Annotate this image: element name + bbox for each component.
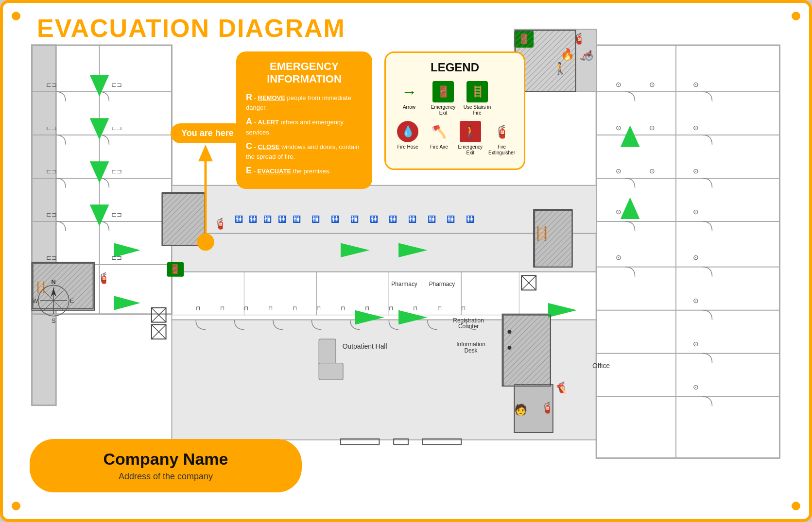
legend-item-emg-exit2: 🚶 Emergency Exit: [457, 121, 484, 156]
svg-text:🚻: 🚻: [466, 215, 475, 223]
svg-text:⊏⊐: ⊏⊐: [46, 254, 57, 261]
legend-row-2: 💧 Fire Hose 🪓 Fire Axe 🚶 Emergency Exit …: [395, 121, 515, 156]
svg-text:⊏⊐: ⊏⊐: [46, 211, 57, 218]
svg-text:⊙: ⊙: [616, 81, 622, 88]
emergency-item-r: R - REMOVE people from immediate danger.: [246, 91, 363, 112]
svg-text:⊓: ⊓: [437, 305, 442, 312]
svg-text:⊙: ⊙: [616, 124, 622, 132]
legend-row-1: → Arrow 🚪 Emergency Exit 🪜 Use Stairs in…: [395, 81, 515, 116]
svg-text:⊓: ⊓: [413, 305, 417, 312]
svg-text:🚻: 🚻: [331, 215, 340, 223]
fire-axe-icon: 🪓: [428, 121, 449, 142]
fire-extinguisher-icon: 🧯: [491, 121, 513, 142]
svg-text:Outpatient Hall: Outpatient Hall: [343, 342, 387, 350]
svg-text:🚻: 🚻: [350, 215, 359, 223]
svg-text:⊏⊐: ⊏⊐: [46, 168, 57, 175]
svg-text:⊓: ⊓: [365, 305, 369, 312]
svg-text:⊏⊐: ⊏⊐: [46, 81, 57, 88]
svg-text:🚻: 🚻: [278, 215, 287, 223]
svg-text:🚻: 🚻: [370, 215, 379, 223]
legend-hose-label: Fire Hose: [397, 144, 418, 150]
legend-item-arrow: → Arrow: [395, 81, 424, 110]
svg-text:🦽: 🦽: [579, 47, 594, 61]
legend-item-extinguisher: 🧯 Fire Extinguisher: [488, 121, 515, 156]
svg-rect-28: [461, 272, 519, 315]
legend-heading: LEGEND: [395, 61, 515, 74]
svg-text:🚻: 🚻: [408, 215, 417, 223]
svg-text:🧯: 🧯: [541, 401, 554, 414]
svg-text:⊙: ⊙: [693, 297, 699, 304]
svg-text:⊓: ⊓: [461, 305, 466, 312]
emergency-info-box: EMERGENCY INFORMATION R - REMOVE people …: [236, 51, 372, 189]
svg-text:⊙: ⊙: [693, 124, 699, 132]
emergency-exit-icon: 🚪: [432, 81, 454, 102]
svg-rect-112: [319, 363, 343, 380]
main-board: EVACUATION DIAGRAM: [0, 0, 812, 522]
svg-marker-45: [548, 303, 577, 318]
svg-rect-8: [172, 234, 596, 272]
legend-item-emergency-exit: 🚪 Emergency Exit: [429, 81, 458, 116]
svg-rect-27: [389, 272, 461, 315]
svg-text:🚻: 🚻: [249, 215, 258, 223]
svg-text:⊙: ⊙: [649, 167, 655, 175]
legend-item-axe: 🪓 Fire Axe: [426, 121, 452, 150]
svg-rect-61: [33, 263, 93, 309]
svg-rect-22: [172, 185, 596, 234]
legend-arrow-label: Arrow: [403, 104, 415, 110]
svg-text:🚪: 🚪: [170, 264, 181, 274]
svg-text:W: W: [32, 297, 38, 304]
svg-text:⊓: ⊓: [220, 305, 225, 312]
svg-text:⊙: ⊙: [649, 81, 655, 88]
svg-text:🚻: 🚻: [311, 215, 320, 223]
svg-rect-111: [319, 339, 336, 365]
svg-text:⊓: ⊓: [268, 305, 273, 312]
svg-text:🧯: 🧯: [214, 217, 227, 230]
legend-stairs-label: Use Stairs in Fire: [463, 104, 492, 116]
company-address: Address of the company: [49, 471, 282, 482]
svg-text:⊓: ⊓: [316, 305, 321, 312]
svg-text:⊙: ⊙: [693, 253, 699, 261]
svg-marker-77: [198, 145, 213, 162]
svg-marker-44: [621, 125, 640, 147]
svg-point-78: [197, 234, 214, 251]
svg-text:⊙: ⊙: [616, 253, 622, 261]
legend-box: LEGEND → Arrow 🚪 Emergency Exit 🪜 Use St…: [384, 51, 525, 170]
svg-text:S: S: [52, 317, 56, 324]
legend-item-hose: 💧 Fire Hose: [395, 121, 421, 150]
svg-text:⊏⊐: ⊏⊐: [111, 81, 122, 88]
emergency-exit2-icon: 🚶: [460, 121, 481, 142]
svg-text:🚻: 🚻: [263, 215, 272, 223]
svg-text:Counter: Counter: [458, 323, 479, 330]
svg-text:N: N: [52, 278, 56, 286]
svg-text:⊓: ⊓: [341, 305, 345, 312]
legend-exit-label: Emergency Exit: [429, 104, 458, 116]
legend-axe-label: Fire Axe: [430, 144, 448, 150]
svg-text:🚻: 🚻: [428, 215, 436, 223]
svg-text:⊏⊐: ⊏⊐: [111, 124, 122, 132]
svg-text:⊙: ⊙: [616, 167, 622, 175]
svg-text:🧑: 🧑: [514, 403, 528, 416]
svg-text:⊙: ⊙: [693, 81, 699, 88]
svg-text:Pharmacy: Pharmacy: [391, 281, 417, 287]
svg-marker-38: [114, 296, 140, 310]
company-name: Company Name: [49, 450, 282, 469]
svg-text:⊏⊐: ⊏⊐: [111, 211, 122, 218]
emergency-heading: EMERGENCY INFORMATION: [246, 60, 363, 85]
svg-text:⊏⊐: ⊏⊐: [111, 168, 122, 175]
svg-text:⊓: ⊓: [196, 305, 200, 312]
svg-text:⊙: ⊙: [693, 340, 699, 348]
legend-item-stairs: 🪜 Use Stairs in Fire: [463, 81, 492, 116]
svg-text:⊙: ⊙: [693, 167, 699, 175]
svg-text:Office: Office: [592, 362, 610, 370]
emergency-item-c: C - CLOSE windows and doors, contain the…: [246, 140, 363, 161]
svg-text:⊏⊐: ⊏⊐: [46, 124, 57, 132]
svg-rect-0: [32, 45, 56, 405]
svg-text:⊓: ⊓: [244, 305, 248, 312]
svg-text:Desk: Desk: [464, 347, 477, 354]
svg-rect-64: [503, 315, 551, 386]
emergency-item-a: A - ALERT others and emergency services.: [246, 116, 363, 136]
svg-text:🚻: 🚻: [235, 215, 243, 223]
arrow-icon: →: [398, 81, 420, 102]
you-are-here-label: You are here: [171, 123, 244, 143]
svg-text:⊙: ⊙: [649, 124, 655, 132]
